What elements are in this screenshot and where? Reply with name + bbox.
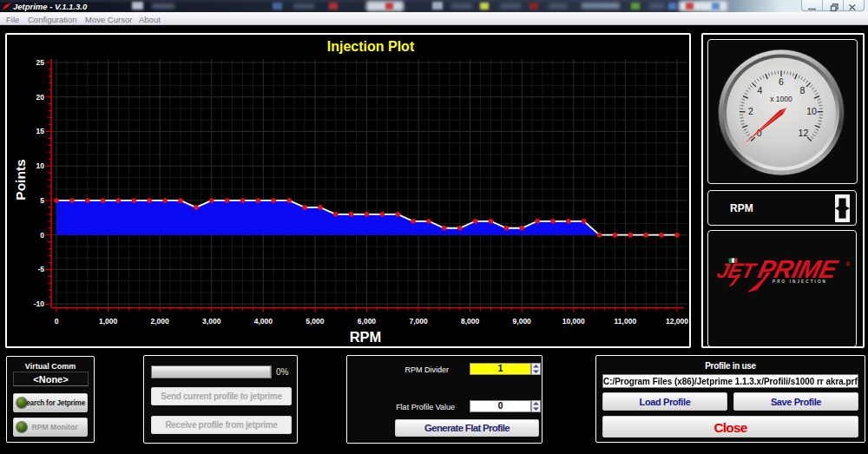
svg-text:4: 4 [758,85,763,95]
svg-text:9,000: 9,000 [513,317,532,326]
svg-text:5,000: 5,000 [306,317,325,326]
svg-text:11,000: 11,000 [615,317,637,326]
svg-text:6,000: 6,000 [358,317,377,326]
svg-text:RPM: RPM [350,329,382,345]
svg-text:1,000: 1,000 [99,317,118,326]
svg-text:Points: Points [13,159,28,200]
svg-text:8,000: 8,000 [461,317,480,326]
svg-text:3,000: 3,000 [202,317,221,326]
svg-text:2,000: 2,000 [151,317,170,326]
svg-text:25: 25 [36,58,45,67]
svg-text:10: 10 [806,106,817,116]
svg-text:10,000: 10,000 [562,317,585,326]
svg-text:2: 2 [748,106,753,116]
svg-text:7,000: 7,000 [409,317,428,326]
svg-text:0: 0 [40,231,44,240]
svg-text:20: 20 [36,93,45,102]
svg-text:PRO INJECTION: PRO INJECTION [773,280,827,284]
svg-text:5: 5 [40,196,44,205]
svg-text:®: ® [845,260,851,268]
svg-text:12: 12 [799,128,809,138]
svg-text:-10: -10 [34,299,45,308]
svg-text:-5: -5 [37,265,44,273]
svg-text:8: 8 [800,85,806,95]
svg-text:0: 0 [55,317,59,326]
svg-text:4,000: 4,000 [254,317,273,326]
svg-text:10: 10 [36,161,45,170]
svg-text:Injection Plot: Injection Plot [327,39,415,54]
svg-text:6: 6 [779,76,784,87]
svg-text:12,000: 12,000 [666,317,688,326]
svg-text:x 1000: x 1000 [770,95,792,103]
svg-text:15: 15 [36,127,45,135]
